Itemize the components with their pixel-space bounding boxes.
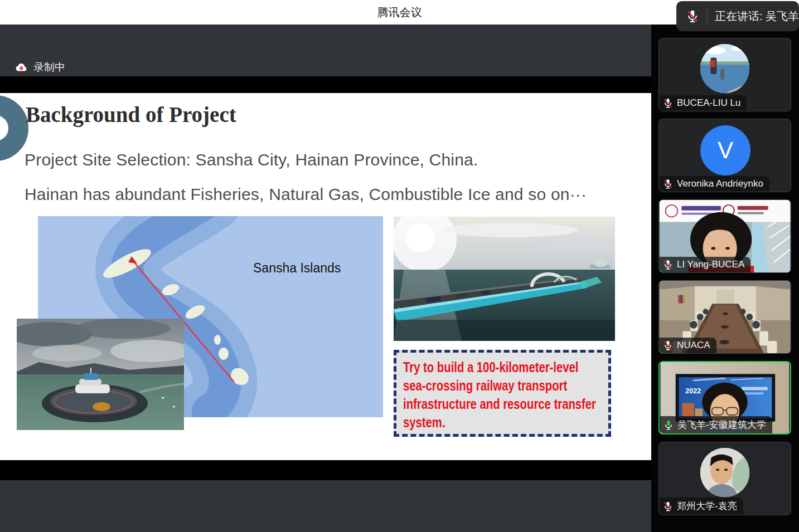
mic-muted-icon [662, 340, 674, 351]
svg-text:2022: 2022 [685, 387, 701, 395]
recording-label: 录制中 [33, 60, 65, 75]
letterbox-bottom [0, 460, 651, 480]
participant-tile-bucea-liu-lu[interactable]: BUCEA-LIU Lu [658, 38, 791, 111]
participant-name: 吴飞羊-安徽建筑大学 [677, 418, 766, 431]
cloud-record-icon [14, 61, 28, 74]
participant-name-tag: LI Yang-BUCEA [659, 257, 750, 272]
callout-box: Try to build a 100-kilometer-level sea-c… [394, 350, 611, 437]
screen-share-stage: 录制中 Background of Project Project Site S… [0, 25, 651, 532]
slide-body-line-1: Project Site Selection: Sansha City, Hai… [25, 150, 478, 169]
active-speaker-label: 正在讲话: 吴飞羊-安徽建筑大学 [715, 9, 799, 24]
mic-muted-icon [662, 501, 674, 512]
participant-tile-nuaca[interactable]: NUACA [658, 280, 791, 354]
participant-tile-yuan-liang[interactable]: 郑州大学-袁亮 [658, 442, 791, 515]
recording-indicator: 录制中 [14, 60, 65, 75]
slide-body-line-2: Hainan has abundant Fisheries, Natural G… [25, 185, 587, 204]
participant-name-tag: BUCEA-LIU Lu [659, 95, 747, 111]
callout-line-1: Try to build a 100-kilometer-level [403, 358, 558, 377]
callout-line-2: sea-crossing railway transport [403, 377, 558, 395]
banner-divider [707, 8, 708, 25]
meeting-window: 腾讯会议 正在讲话: 吴飞羊-安徽建筑大学 录制中 Background of … [0, 0, 799, 532]
callout-line-4: system. [403, 413, 558, 432]
mic-muted-icon [662, 259, 674, 270]
mic-muted-icon [662, 178, 674, 189]
map-label: Sansha Islands [253, 261, 341, 276]
island-photo [17, 319, 184, 430]
slide-title: Background of Project [26, 102, 236, 127]
letterbox-top [0, 76, 651, 93]
participant-tile-wu-feiyang[interactable]: 2022 吴飞羊-安徽建筑大学 [658, 361, 791, 435]
participant-name-tag: 郑州大学-袁亮 [659, 497, 743, 515]
mic-muted-icon [662, 97, 674, 109]
app-title: 腾讯会议 [377, 5, 422, 20]
letter-avatar: V [700, 125, 750, 175]
participant-name: NUACA [677, 340, 710, 351]
active-speaker-banner: 正在讲话: 吴飞羊-安徽建筑大学 [676, 1, 799, 31]
callout-line-3: infrastructure and resource transfer [403, 395, 558, 413]
mic-active-icon [663, 419, 674, 431]
participant-name: 郑州大学-袁亮 [677, 500, 737, 513]
sea-railway-photo [394, 217, 615, 341]
participant-name: Veronika Andrieynko [677, 178, 763, 189]
mic-muted-icon [685, 9, 700, 23]
participant-tile-li-yang[interactable]: LI Yang-BUCEA [658, 199, 791, 273]
participants-sidebar: BUCEA-LIU Lu V Veronika Andrieynko [651, 25, 799, 532]
participant-name: LI Yang-BUCEA [677, 259, 744, 270]
participant-name-tag: Veronika Andrieynko [659, 176, 769, 192]
presentation-slide: Background of Project Project Site Selec… [0, 93, 651, 460]
participant-tile-veronika[interactable]: V Veronika Andrieynko [658, 119, 791, 192]
participant-name-tag: 吴飞羊-安徽建筑大学 [660, 416, 772, 433]
participant-name-tag: NUACA [659, 338, 716, 353]
participant-name: BUCEA-LIU Lu [677, 97, 740, 109]
